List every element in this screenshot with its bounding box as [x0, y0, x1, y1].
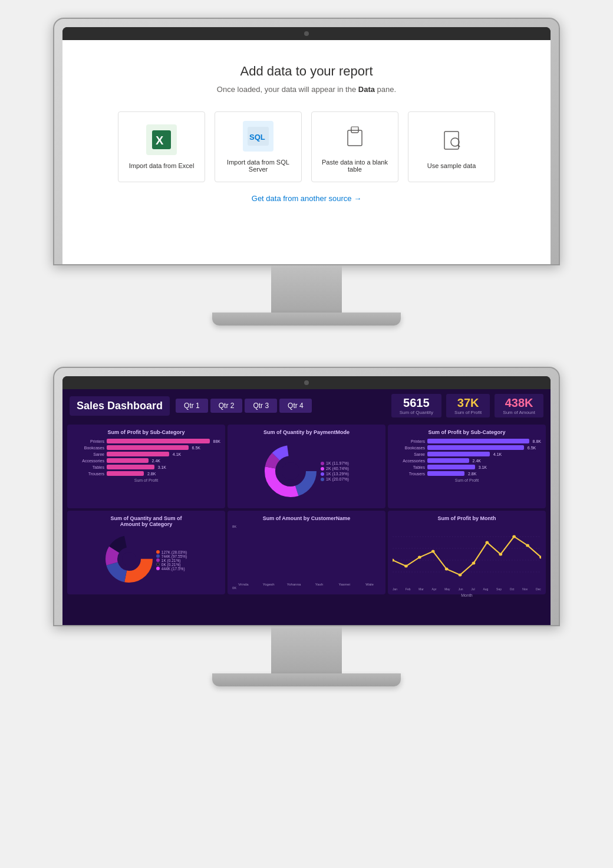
- legend-text: 444K (17.5%): [162, 567, 185, 571]
- monitor-1-stand-neck: [271, 265, 342, 313]
- kpi-section: 5615 Sum of Quantity 37K Sum of Profit 4…: [391, 394, 543, 417]
- bar-row: Saree 4.1K: [393, 452, 541, 456]
- legend-text: 0K (0.21%): [162, 563, 181, 567]
- import-sql-option[interactable]: SQL Import data from SQL Server: [215, 111, 302, 182]
- kpi-amount: 438K Sum of Amount: [495, 394, 543, 417]
- svg-point-27: [431, 550, 435, 553]
- chart1-x-label: Sum of Profit: [72, 478, 220, 482]
- monitor-2-wrapper: Sales Dashboard Qtr 1 Qtr 2 Qtr 3 Qtr 4 …: [0, 349, 613, 686]
- line-chart-svg: [393, 525, 541, 584]
- monitor-1-top-bar: [62, 27, 551, 40]
- svg-point-19: [122, 552, 136, 566]
- bar-fill: [427, 465, 475, 469]
- bar-value: 2.4K: [473, 459, 481, 463]
- chart-qty-amount-category: Sum of Quantity and Sum ofAmount by Cate…: [67, 511, 225, 594]
- bar-value: 3.1K: [479, 465, 487, 469]
- bar-fill: [107, 458, 149, 463]
- v-bar-col: Yasmei: [333, 581, 355, 586]
- legend-label: 1K (20.07%): [326, 477, 349, 481]
- dashboard-title: Sales Dashboard: [70, 396, 170, 416]
- bar-value: 6.5K: [192, 446, 200, 450]
- legend-dot: [156, 567, 160, 570]
- legend-item: 1K (20.07%): [321, 477, 349, 481]
- legend-dot: [156, 563, 160, 566]
- chart3-x-label: Sum of Profit: [393, 478, 541, 482]
- import-sql-label: Import data from SQL Server: [215, 159, 301, 173]
- legend-text: 744K (97.55%): [162, 554, 187, 558]
- tab-qtr2[interactable]: Qtr 2: [210, 399, 243, 413]
- add-data-screen: Add data to your report Once loaded, you…: [62, 40, 551, 264]
- monitor-2-screen: Sales Dashboard Qtr 1 Qtr 2 Qtr 3 Qtr 4 …: [62, 376, 551, 625]
- paste-data-option[interactable]: Paste data into a blank table: [311, 111, 398, 182]
- month-label: Aug: [483, 587, 488, 591]
- bar-value: 8.8K: [533, 439, 541, 443]
- kpi-profit: 37K Sum of Profit: [446, 394, 490, 417]
- paste-icon: [340, 121, 370, 152]
- v-bar-col: Vrinda: [232, 581, 255, 586]
- v-bar-col: Yogesh: [258, 581, 280, 586]
- monitor-2-stand-neck: [271, 626, 342, 673]
- bar-row: Trousers 2.8K: [393, 471, 541, 476]
- bar-row: Trousers 2.8K: [72, 471, 220, 476]
- chart3-bars: Printers 8.8K Bookcases 6.5K Saree: [393, 439, 541, 476]
- bar-row: Accessories 2.4K: [393, 458, 541, 463]
- chart4-title: Sum of Quantity and Sum ofAmount by Cate…: [72, 515, 220, 527]
- v-bar-col: Yash: [308, 581, 330, 586]
- bar-fill: [427, 471, 464, 476]
- legend-dot: [156, 550, 160, 554]
- bar-fill: [427, 452, 490, 456]
- kpi-quantity: 5615 Sum of Quantity: [391, 394, 441, 417]
- bar-value: 4.1K: [173, 452, 181, 456]
- monitor-2: Sales Dashboard Qtr 1 Qtr 2 Qtr 3 Qtr 4 …: [53, 367, 560, 626]
- pie-chart: [106, 535, 153, 583]
- svg-point-14: [282, 462, 299, 480]
- month-label: Jul: [471, 587, 474, 591]
- chart-profit-month: Sum of Profit by Month: [388, 511, 546, 594]
- legend-item: 744K (97.55%): [156, 554, 187, 558]
- chart-profit-subcategory-1: Sum of Profit by Sub-Category Printers 8…: [67, 425, 225, 508]
- legend-dot: [321, 467, 324, 471]
- quarter-tabs: Qtr 1 Qtr 2 Qtr 3 Qtr 4: [176, 399, 385, 413]
- monitor-1-screen: Add data to your report Once loaded, you…: [62, 27, 551, 264]
- import-excel-option[interactable]: X Import data from Excel: [118, 111, 205, 182]
- chart-profit-subcategory-2: Sum of Profit by Sub-Category Printers 8…: [388, 425, 546, 508]
- legend-dot: [321, 462, 324, 465]
- dashboard-screen: Sales Dashboard Qtr 1 Qtr 2 Qtr 3 Qtr 4 …: [62, 389, 551, 625]
- bar-label: Accessories: [72, 459, 104, 463]
- bar-label: Saree: [72, 452, 104, 456]
- bar-fill: [427, 439, 529, 443]
- svg-rect-6: [351, 127, 358, 130]
- bar-fill: [107, 445, 189, 450]
- svg-point-32: [499, 553, 502, 556]
- chart5-y-label: 8K: [232, 525, 381, 528]
- svg-point-33: [512, 535, 516, 538]
- donut-chart: [264, 445, 317, 498]
- pie-wrapper: [106, 535, 153, 585]
- legend-item: 1K (11.97%): [321, 461, 349, 465]
- svg-point-26: [418, 556, 421, 559]
- bar-value: 2.8K: [147, 472, 156, 476]
- get-data-link[interactable]: Get data from another source →: [252, 194, 361, 203]
- month-label: Dec: [536, 587, 541, 591]
- sample-data-option[interactable]: Use sample data: [408, 111, 495, 182]
- bar-value: 2.4K: [152, 459, 160, 463]
- tab-qtr1[interactable]: Qtr 1: [176, 399, 208, 413]
- dashboard-header: Sales Dashboard Qtr 1 Qtr 2 Qtr 3 Qtr 4 …: [62, 389, 551, 422]
- svg-point-31: [486, 541, 489, 544]
- legend-label: 1K (11.97%): [326, 461, 349, 465]
- legend-item: 1K (13.29%): [321, 472, 349, 476]
- month-label: May: [444, 587, 450, 591]
- legend-item: 2K (40.74%): [321, 466, 349, 471]
- bar-label: Tables: [393, 465, 425, 469]
- svg-text:SQL: SQL: [249, 133, 265, 142]
- bar-value: 3.1K: [158, 465, 166, 469]
- tab-qtr4[interactable]: Qtr 4: [279, 399, 312, 413]
- tab-qtr3[interactable]: Qtr 3: [245, 399, 277, 413]
- chart4-content: 127K (28.03%) 744K (97.55%) 1K (0.21%): [72, 531, 220, 590]
- legend-dot: [321, 478, 324, 481]
- svg-point-30: [472, 562, 476, 565]
- bar-label: Trousers: [72, 472, 104, 476]
- legend-item: 1K (0.21%): [156, 558, 187, 563]
- svg-point-8: [451, 138, 459, 146]
- month-label: Nov: [522, 587, 528, 591]
